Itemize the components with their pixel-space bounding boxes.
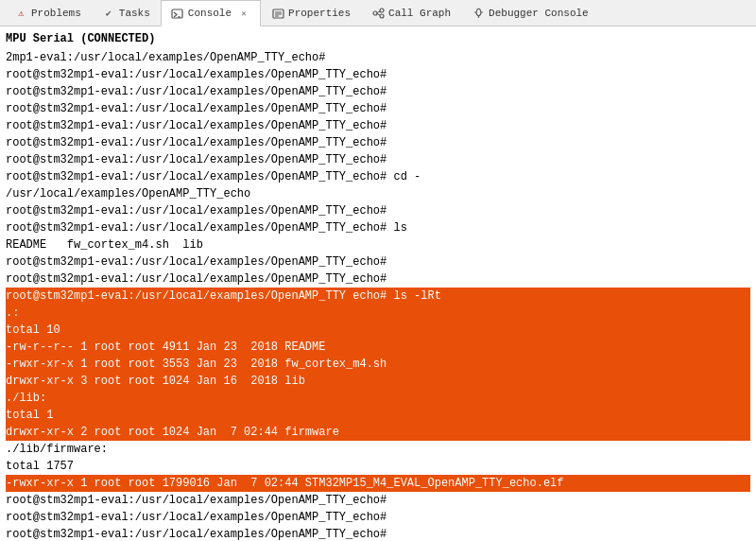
properties-icon [271,7,284,20]
console-line: ./lib/firmware: [6,441,750,458]
tab-problems-label: Problems [31,8,81,19]
console-line: root@stm32mp1-eval:/usr/local/examples/O… [6,134,750,151]
tab-debugger[interactable]: Debugger Console [461,0,599,26]
console-line: root@stm32mp1-eval:/usr/local/examples/O… [6,219,750,236]
debugger-icon [472,7,485,20]
console-output: MPU Serial (CONNECTED) 2mp1-eval:/usr/lo… [0,26,756,541]
console-line: root@stm32mp1-eval:/usr/local/examples/O… [6,288,750,305]
console-line: /usr/local/examples/OpenAMP_TTY_echo [6,185,750,202]
console-line: -rwxr-xr-x 1 root root 3553 Jan 23 2018 … [6,356,750,373]
tab-console[interactable]: Console ✕ [161,0,261,26]
console-lines: 2mp1-eval:/usr/local/examples/OpenAMP_TT… [6,49,750,541]
svg-point-6 [373,11,377,15]
console-line: root@stm32mp1-eval:/usr/local/examples/O… [6,492,750,509]
console-line: ./lib: [6,390,750,407]
console-line: -rwxr-xr-x 1 root root 1799016 Jan 7 02:… [6,475,750,492]
console-line: root@stm32mp1-eval:/usr/local/examples/O… [6,83,750,100]
console-line: .: [6,305,750,322]
tab-callgraph-label: Call Graph [388,8,451,19]
callgraph-icon [371,7,385,20]
console-close-button[interactable]: ✕ [237,7,250,20]
svg-rect-0 [172,9,182,18]
console-line: root@stm32mp1-eval:/usr/local/examples/O… [6,100,750,117]
console-line: drwxr-xr-x 2 root root 1024 Jan 7 02:44 … [6,424,750,441]
console-line: root@stm32mp1-eval:/usr/local/examples/O… [6,526,750,541]
console-line: root@stm32mp1-eval:/usr/local/examples/O… [6,509,750,526]
tab-debugger-label: Debugger Console [489,8,589,19]
console-line: root@stm32mp1-eval:/usr/local/examples/O… [6,168,750,185]
tab-tasks-label: Tasks [119,8,150,19]
problems-icon: ⚠ [14,7,27,20]
console-line: root@stm32mp1-eval:/usr/local/examples/O… [6,202,750,219]
tab-problems[interactable]: ⚠ Problems [4,0,92,26]
tab-callgraph[interactable]: Call Graph [361,0,461,26]
svg-line-10 [377,13,380,15]
console-line: -rw-r--r-- 1 root root 4911 Jan 23 2018 … [6,339,750,356]
tab-properties-label: Properties [288,8,351,19]
console-line: README fw_cortex_m4.sh lib [6,236,750,253]
console-line: drwxr-xr-x 3 root root 1024 Jan 16 2018 … [6,373,750,390]
console-line: root@stm32mp1-eval:/usr/local/examples/O… [6,151,750,168]
svg-point-8 [380,14,384,18]
tab-properties[interactable]: Properties [261,0,361,26]
console-line: total 1 [6,407,750,424]
svg-point-7 [380,9,384,12]
tasks-icon: ✔ [102,7,115,20]
tab-tasks[interactable]: ✔ Tasks [92,0,161,26]
svg-line-9 [377,11,380,13]
console-line: 2mp1-eval:/usr/local/examples/OpenAMP_TT… [6,49,750,66]
console-line: root@stm32mp1-eval:/usr/local/examples/O… [6,253,750,270]
tab-console-label: Console [188,8,232,19]
console-line: root@stm32mp1-eval:/usr/local/examples/O… [6,66,750,83]
tab-bar: ⚠ Problems ✔ Tasks Console ✕ Properties … [0,0,756,26]
console-title: MPU Serial (CONNECTED) [6,30,750,47]
console-line: total 10 [6,322,750,339]
console-line: root@stm32mp1-eval:/usr/local/examples/O… [6,117,750,134]
console-icon [171,7,184,20]
console-line: total 1757 [6,458,750,475]
console-line: root@stm32mp1-eval:/usr/local/examples/O… [6,270,750,288]
